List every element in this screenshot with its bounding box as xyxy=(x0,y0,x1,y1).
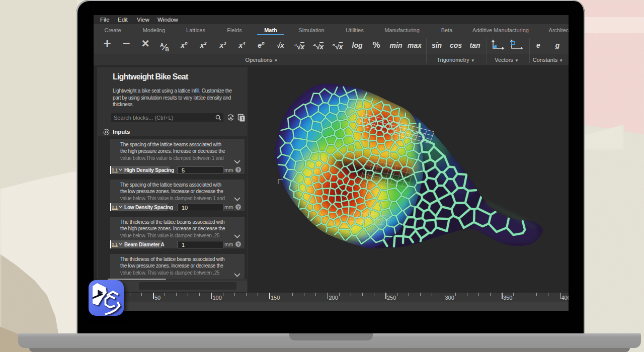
svg-text:1: 1 xyxy=(241,116,244,121)
svg-text:A: A xyxy=(229,116,232,120)
